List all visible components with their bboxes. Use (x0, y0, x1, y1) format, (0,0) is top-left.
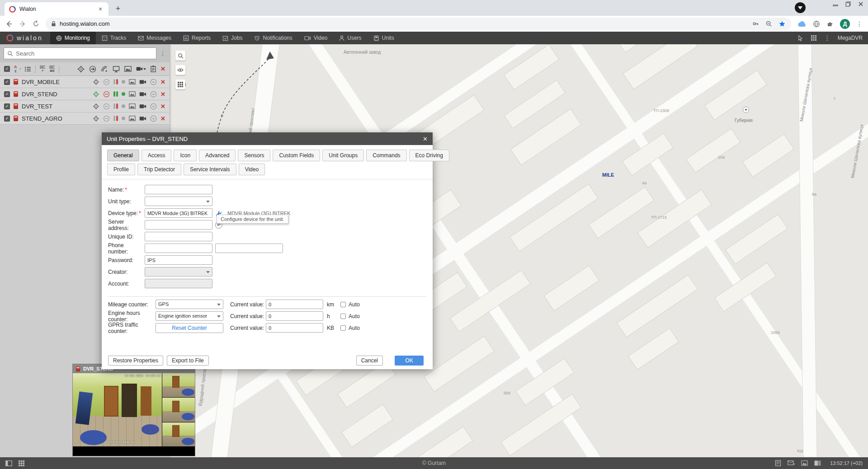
unit-row-dvr-stend[interactable]: ✓ DVR_STEND ✕ (0, 88, 170, 100)
unit-checkbox[interactable]: ✓ (4, 79, 10, 85)
locate-all-button[interactable] (77, 66, 85, 73)
remove-unit-icon[interactable]: ✕ (160, 116, 165, 122)
dialog-close-icon[interactable]: ✕ (423, 136, 428, 142)
sidebar-menu-icon[interactable]: ⋮ (160, 50, 166, 56)
server-address-input[interactable] (145, 220, 212, 230)
tab-custom-fields[interactable]: Custom Fields (273, 150, 320, 161)
video-icon[interactable] (139, 80, 146, 84)
globe-extension-icon[interactable] (813, 20, 820, 28)
map-search-button[interactable] (175, 51, 185, 61)
remove-unit-icon[interactable]: ✕ (160, 79, 165, 85)
nav-item-messages[interactable]: Messages (132, 32, 177, 44)
engine-auto-checkbox[interactable] (340, 314, 346, 319)
tab-eco-driving[interactable]: Eco Driving (409, 150, 449, 161)
unit-row-stend-agro[interactable]: ✓ STEND_AGRO ✕ (0, 113, 170, 125)
pointer-tool-icon[interactable] (797, 35, 803, 41)
tab-sensors[interactable]: Sensors (238, 150, 270, 161)
name-input[interactable] (145, 185, 212, 194)
tab-icon[interactable]: Icon (174, 150, 197, 161)
tab-profile[interactable]: Profile (107, 164, 135, 175)
cloud-extension-icon[interactable] (797, 21, 807, 27)
close-window-button[interactable] (858, 1, 863, 7)
forward-button[interactable] (19, 20, 26, 28)
locate-unit-icon[interactable] (93, 79, 99, 85)
browser-menu-icon[interactable]: ⋮ (856, 21, 863, 27)
video-icon[interactable] (139, 104, 146, 109)
mileage-counter-select[interactable]: GPS (156, 300, 223, 309)
follow-units-button[interactable] (89, 66, 96, 73)
tab-advanced[interactable]: Advanced (199, 150, 236, 161)
unit-menu-icon[interactable] (150, 91, 157, 98)
unit-menu-icon[interactable] (150, 79, 157, 85)
locate-unit-icon[interactable] (93, 115, 99, 122)
video-thumb-cam3[interactable] (162, 398, 195, 422)
reset-counter-button[interactable]: Reset Counter (156, 323, 223, 333)
clear-list-button[interactable]: ✕ (160, 66, 165, 72)
mileage-auto-checkbox[interactable] (340, 302, 346, 307)
nav-item-notifications[interactable]: Notifications (248, 32, 298, 44)
engine-current-input[interactable] (266, 311, 323, 321)
gprs-auto-checkbox[interactable] (340, 325, 346, 331)
export-to-file-button[interactable]: Export to File (167, 356, 209, 366)
restore-button[interactable] (845, 1, 851, 7)
remove-unit-icon[interactable]: ✕ (160, 103, 165, 109)
video-main-view[interactable]: 12-03-2021 14:03:13 STEND MAIN (73, 373, 162, 446)
tab-general[interactable]: General (107, 150, 139, 161)
gprs-current-input[interactable] (266, 323, 323, 333)
search-input[interactable] (16, 50, 153, 57)
bookmark-star-icon[interactable] (778, 20, 786, 28)
nav-item-units[interactable]: Units (368, 32, 400, 44)
data-flow-icon[interactable] (103, 79, 110, 85)
tab-service-intervals[interactable]: Service Intervals (184, 164, 236, 175)
extensions-puzzle-icon[interactable] (826, 20, 834, 28)
unit-type-select[interactable] (145, 197, 212, 206)
new-tab-button[interactable]: + (112, 3, 124, 14)
device-type-input[interactable] (145, 208, 212, 218)
ok-button[interactable]: OK (395, 356, 424, 366)
minimize-button[interactable] (833, 1, 838, 7)
photo-button[interactable] (124, 66, 132, 72)
wialon-logo[interactable]: wialon (0, 32, 50, 44)
unique-id-input[interactable] (145, 232, 212, 241)
phone-number-input-1[interactable] (145, 244, 212, 253)
back-button[interactable] (5, 20, 13, 28)
photo-icon[interactable] (129, 91, 136, 97)
photo-icon[interactable] (129, 116, 136, 121)
show-all-button[interactable]: All (49, 66, 55, 73)
url-field[interactable]: hosting.wialon.com (46, 18, 791, 30)
engine-hours-select[interactable]: Engine ignition sensor (156, 311, 223, 321)
video-icon[interactable] (139, 92, 146, 97)
dialog-title-bar[interactable]: Unit Properties – DVR_STEND ✕ (102, 132, 433, 145)
photo-icon[interactable] (129, 103, 136, 109)
unit-menu-icon[interactable] (150, 115, 157, 122)
map-layers-button[interactable] (175, 80, 185, 89)
video-thumb-cam4[interactable] (162, 422, 195, 446)
apps-grid-icon[interactable] (811, 35, 817, 41)
account-name[interactable]: MegaDVR (838, 35, 863, 41)
nav-item-reports[interactable]: Reports (177, 32, 217, 44)
unit-checkbox[interactable]: ✓ (4, 116, 10, 122)
reload-button[interactable] (33, 20, 39, 27)
list-view-button[interactable] (25, 66, 31, 72)
nav-item-tracks[interactable]: Tracks (96, 32, 132, 44)
unit-checkbox[interactable]: ✓ (4, 91, 10, 97)
video-thumb-cam2[interactable] (162, 373, 195, 397)
data-flow-icon[interactable] (103, 103, 110, 110)
data-flow-icon[interactable] (103, 115, 110, 122)
tab-trip-detector[interactable]: Trip Detector (137, 164, 181, 175)
select-all-checkbox[interactable]: ✓ (4, 66, 10, 72)
profile-avatar[interactable]: Д (840, 19, 850, 29)
tab-commands[interactable]: Commands (366, 150, 406, 161)
key-icon[interactable] (752, 20, 759, 27)
data-flow-icon[interactable] (103, 91, 110, 98)
tab-access[interactable]: Access (142, 150, 172, 161)
unit-search[interactable] (4, 47, 156, 59)
nav-item-monitoring[interactable]: Monitoring (50, 32, 96, 44)
cancel-button[interactable]: Cancel (356, 356, 383, 366)
clipboard-button[interactable] (151, 66, 156, 72)
tab-video[interactable]: Video (239, 164, 265, 175)
add-to-list-button[interactable]: + (40, 66, 45, 73)
satellite-status-button[interactable] (101, 66, 108, 72)
locate-unit-icon[interactable] (93, 103, 99, 110)
photo-icon[interactable] (129, 79, 136, 84)
